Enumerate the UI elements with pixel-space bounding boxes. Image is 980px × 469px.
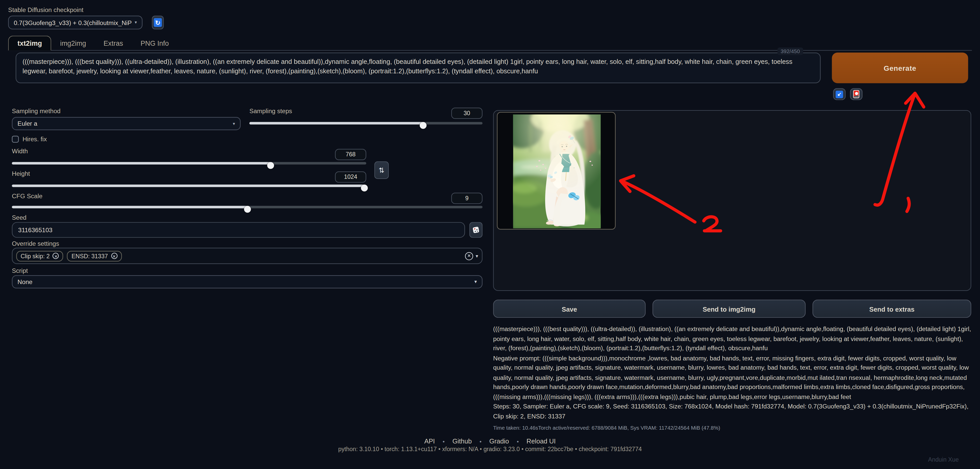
slider-handle[interactable] — [420, 122, 426, 129]
slider-fill — [12, 162, 271, 164]
slider-handle[interactable] — [267, 162, 274, 169]
sampling-method-select[interactable]: Euler a ▾ — [12, 117, 241, 130]
footer-versions: python: 3.10.10 • torch: 1.13.1+cu117 • … — [0, 445, 980, 452]
extra-networks-button[interactable] — [850, 88, 862, 100]
generate-label: Generate — [884, 64, 916, 72]
checkpoint-label: Stable Diffusion checkpoint — [8, 6, 83, 13]
sampling-method-label: Sampling method — [12, 108, 61, 115]
tab-bar: txt2img img2img Extras PNG Info — [8, 36, 972, 51]
seed-input[interactable] — [12, 222, 465, 238]
slider-fill — [12, 206, 247, 209]
token-counter: 392/450 — [778, 48, 803, 55]
info-negative-prompt: Negative prompt: (((simple background)))… — [493, 353, 972, 402]
chip-label: Clip skip: 2 — [21, 252, 50, 259]
close-icon[interactable]: ✕ — [111, 253, 117, 259]
width-label: Width — [12, 148, 28, 155]
sampling-steps-input[interactable] — [451, 107, 482, 118]
height-slider[interactable] — [12, 181, 366, 190]
override-settings-box[interactable]: Clip skip: 2 ✕ ENSD: 31337 ✕ ✕ ▾ — [12, 248, 483, 264]
override-chip-ensd[interactable]: ENSD: 31337 ✕ — [67, 250, 121, 261]
close-icon[interactable]: ✕ — [53, 253, 59, 259]
height-label: Height — [12, 170, 30, 177]
slider-track[interactable] — [12, 184, 366, 187]
refresh-checkpoint-button[interactable]: ↻ — [152, 16, 164, 29]
clear-all-icon[interactable]: ✕ — [465, 252, 473, 260]
script-select[interactable]: None ▾ — [12, 275, 483, 289]
chevron-down-icon: ▾ — [474, 279, 477, 285]
paste-generation-params-button[interactable]: ↙ — [833, 88, 845, 100]
generate-button[interactable]: Generate — [832, 53, 968, 83]
tab-txt2img[interactable]: txt2img — [8, 36, 51, 51]
random-seed-button[interactable] — [469, 222, 482, 238]
cfg-scale-label: CFG Scale — [12, 193, 43, 199]
bullet-separator: • — [517, 439, 519, 445]
bullet-separator: • — [479, 439, 482, 445]
footer-link-gradio[interactable]: Gradio — [489, 437, 509, 445]
save-label: Save — [562, 305, 577, 313]
annotation-arrowhead — [906, 93, 924, 107]
sd-webui-app: Stable Diffusion checkpoint 0.7(3Guofeng… — [0, 0, 980, 469]
sampling-steps-label: Sampling steps — [249, 108, 292, 115]
slider-handle[interactable] — [244, 206, 251, 213]
chevron-down-icon[interactable]: ▾ — [476, 253, 478, 259]
slider-track[interactable] — [249, 122, 482, 124]
send-to-img2img-button[interactable]: Send to img2img — [652, 300, 806, 318]
send-to-extras-label: Send to extras — [869, 305, 915, 313]
footer-link-api[interactable]: API — [425, 437, 435, 445]
tab-img2img[interactable]: img2img — [51, 36, 95, 50]
slider-fill — [12, 184, 365, 187]
cfg-scale-input[interactable] — [451, 192, 482, 204]
chevron-down-icon: ▾ — [233, 121, 235, 126]
watermark: Anduin Xue — [928, 456, 959, 463]
swap-dimensions-button[interactable]: ⇅ — [374, 161, 389, 179]
footer-links: API • Github • Gradio • Reload UI — [0, 435, 980, 446]
chip-label: ENSD: 31337 — [72, 252, 108, 259]
slider-track[interactable] — [12, 162, 366, 164]
checkpoint-value: 0.7(3Guofeng3_v33) + 0.3(chilloutmix_NiP… — [14, 19, 132, 26]
flower-card-icon — [853, 90, 859, 98]
send-to-extras-button[interactable]: Send to extras — [813, 300, 971, 318]
sampling-method-value: Euler a — [18, 120, 231, 127]
override-settings-label: Override settings — [12, 240, 59, 247]
sampling-steps-slider[interactable] — [249, 119, 482, 128]
slider-handle[interactable] — [361, 184, 368, 191]
save-button[interactable]: Save — [493, 300, 646, 318]
chevron-down-icon: ▾ — [135, 20, 137, 25]
footer-link-github[interactable]: Github — [452, 437, 472, 445]
height-input[interactable] — [335, 171, 366, 182]
seed-label: Seed — [12, 214, 27, 221]
prompt-textarea[interactable]: (((masterpiece))), (((best quality))), (… — [16, 53, 821, 83]
tab-extras[interactable]: Extras — [95, 36, 132, 50]
hires-fix-checkbox[interactable] — [12, 136, 19, 142]
script-value: None — [18, 278, 472, 286]
slider-track[interactable] — [12, 206, 483, 209]
dice-icon — [472, 226, 480, 234]
arrow-down-left-icon: ↙ — [835, 91, 843, 98]
swap-arrows-icon: ⇅ — [379, 166, 385, 174]
send-to-img2img-label: Send to img2img — [703, 305, 756, 313]
refresh-icon: ↻ — [154, 18, 162, 27]
generation-info: (((masterpiece))), (((best quality))), (… — [493, 324, 972, 432]
generated-image — [513, 115, 601, 228]
footer-link-reload-ui[interactable]: Reload UI — [527, 437, 555, 445]
checkpoint-select[interactable]: 0.7(3Guofeng3_v33) + 0.3(chilloutmix_NiP… — [8, 16, 143, 29]
width-input[interactable] — [335, 149, 366, 160]
script-label: Script — [12, 267, 28, 274]
width-slider[interactable] — [12, 159, 366, 168]
info-params: Steps: 30, Sampler: Euler a, CFG scale: … — [493, 402, 972, 421]
bullet-separator: • — [442, 439, 445, 445]
slider-fill — [249, 122, 423, 124]
generated-image-thumbnail[interactable] — [497, 112, 616, 230]
cfg-scale-slider[interactable] — [12, 203, 483, 211]
override-chip-clip-skip[interactable]: Clip skip: 2 ✕ — [16, 250, 64, 261]
info-time-taken: Time taken: 10.46sTorch active/reserved:… — [493, 424, 972, 432]
tab-png-info[interactable]: PNG Info — [132, 36, 177, 50]
info-prompt: (((masterpiece))), (((best quality))), (… — [493, 324, 972, 353]
hires-fix-label: Hires. fix — [22, 136, 47, 142]
